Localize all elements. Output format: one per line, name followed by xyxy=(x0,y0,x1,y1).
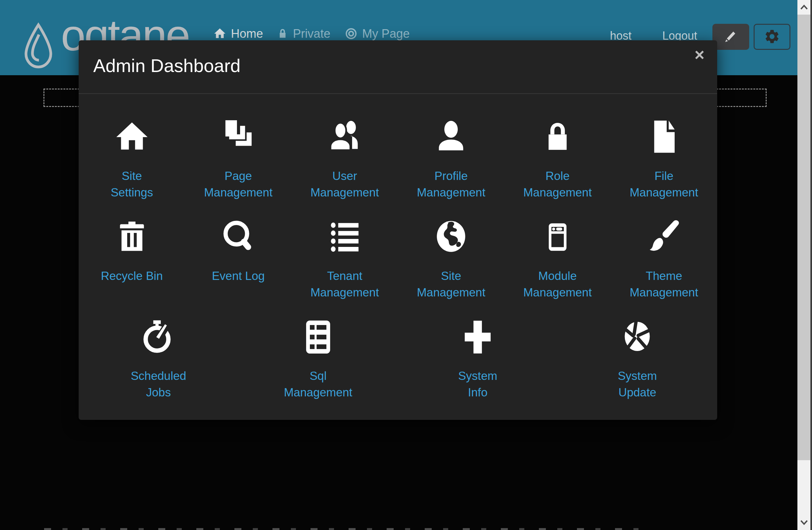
file-icon xyxy=(645,114,683,156)
target-icon xyxy=(345,27,358,40)
dashboard-row: ScheduledJobsSqlManagementSystemInfoSyst… xyxy=(79,314,717,401)
dashboard-item-label: SystemUpdate xyxy=(618,368,657,401)
users-icon xyxy=(322,114,367,156)
dashboard-item-label: PageManagement xyxy=(204,168,273,201)
home-icon xyxy=(213,27,227,40)
profile-icon xyxy=(432,114,470,156)
admin-dashboard-modal: Admin Dashboard × SiteSettingsPageManage… xyxy=(79,40,717,420)
scrollbar-thumb[interactable] xyxy=(797,15,810,460)
clipped-bottom-content xyxy=(44,528,647,530)
magnifier-icon xyxy=(219,214,257,256)
globe-icon xyxy=(432,214,470,256)
trash-icon xyxy=(114,214,150,256)
window-icon xyxy=(542,214,574,256)
dashboard-item-label: ProfileManagement xyxy=(417,168,485,201)
nav-item-label: My Page xyxy=(362,27,410,41)
dashboard-item-role-management[interactable]: RoleManagement xyxy=(504,114,611,201)
dashboard-item-page-management[interactable]: PageManagement xyxy=(185,114,292,201)
dashboard-item-label: Event Log xyxy=(212,268,265,284)
dashboard-item-label: ModuleManagement xyxy=(523,268,592,301)
dashboard-item-label: FileManagement xyxy=(629,168,698,201)
nav-item-label: Home xyxy=(231,27,263,41)
lock-icon xyxy=(277,27,288,40)
main-nav: Home Private My Page xyxy=(213,25,410,43)
dashboard-item-sql-management[interactable]: SqlManagement xyxy=(238,314,398,401)
nav-item-label: Private xyxy=(293,27,330,41)
dashboard-grid: SiteSettingsPageManagementUserManagement… xyxy=(79,94,717,401)
brush-icon xyxy=(645,214,683,256)
dashboard-row: Recycle BinEvent LogTenantManagementSite… xyxy=(79,214,717,301)
dashboard-item-scheduled-jobs[interactable]: ScheduledJobs xyxy=(79,314,238,401)
dashboard-row: SiteSettingsPageManagementUserManagement… xyxy=(79,114,717,201)
dashboard-item-label: Recycle Bin xyxy=(101,268,163,284)
dashboard-item-label: SystemInfo xyxy=(458,368,497,401)
aperture-icon xyxy=(618,314,656,356)
dashboard-item-site-settings[interactable]: SiteSettings xyxy=(79,114,185,201)
nav-item-private[interactable]: Private xyxy=(277,27,330,41)
page: oqtane Home Private My Page xyxy=(0,0,812,530)
dashboard-item-module-management[interactable]: ModuleManagement xyxy=(504,214,611,301)
dashboard-item-label: UserManagement xyxy=(310,168,379,201)
water-drop-icon xyxy=(22,22,55,73)
dashboard-item-label: RoleManagement xyxy=(523,168,592,201)
dashboard-item-event-log[interactable]: Event Log xyxy=(185,214,292,301)
dashboard-item-label: ThemeManagement xyxy=(629,268,698,301)
settings-button[interactable] xyxy=(754,24,791,50)
pencil-icon xyxy=(723,29,738,45)
stopwatch-icon xyxy=(140,314,178,356)
dashboard-item-recycle-bin[interactable]: Recycle Bin xyxy=(79,214,185,301)
vertical-scrollbar[interactable] xyxy=(797,0,810,530)
dashboard-item-tenant-management[interactable]: TenantManagement xyxy=(291,214,398,301)
dashboard-item-system-update[interactable]: SystemUpdate xyxy=(557,314,717,401)
list-icon xyxy=(325,214,365,256)
modal-header: Admin Dashboard × xyxy=(79,40,717,94)
dashboard-item-theme-management[interactable]: ThemeManagement xyxy=(611,214,717,301)
spreadsheet-icon xyxy=(300,314,337,356)
edit-mode-button[interactable] xyxy=(712,24,749,50)
close-icon[interactable]: × xyxy=(694,46,705,63)
dashboard-item-site-management[interactable]: SiteManagement xyxy=(398,214,505,301)
dashboard-item-system-info[interactable]: SystemInfo xyxy=(398,314,557,401)
dashboard-item-user-management[interactable]: UserManagement xyxy=(291,114,398,201)
dashboard-item-label: SqlManagement xyxy=(284,368,352,401)
dashboard-item-profile-management[interactable]: ProfileManagement xyxy=(398,114,505,201)
home-icon xyxy=(113,114,151,156)
pages-icon xyxy=(218,114,258,156)
nav-item-my-page[interactable]: My Page xyxy=(345,27,410,41)
window-edge xyxy=(810,0,812,530)
modal-title: Admin Dashboard xyxy=(93,55,241,76)
nav-item-home[interactable]: Home xyxy=(213,27,263,41)
chevron-down-icon xyxy=(800,520,808,527)
dashboard-item-label: SiteSettings xyxy=(111,168,153,201)
scroll-down-button[interactable] xyxy=(797,516,810,530)
cross-icon xyxy=(459,314,497,356)
chevron-up-icon xyxy=(800,4,808,11)
dashboard-item-label: ScheduledJobs xyxy=(131,368,186,401)
dashboard-item-file-management[interactable]: FileManagement xyxy=(611,114,717,201)
dashboard-item-label: TenantManagement xyxy=(310,268,379,301)
lock-icon xyxy=(540,114,575,156)
gear-icon xyxy=(764,28,780,46)
scroll-up-button[interactable] xyxy=(797,0,810,15)
dashboard-item-label: SiteManagement xyxy=(417,268,485,301)
